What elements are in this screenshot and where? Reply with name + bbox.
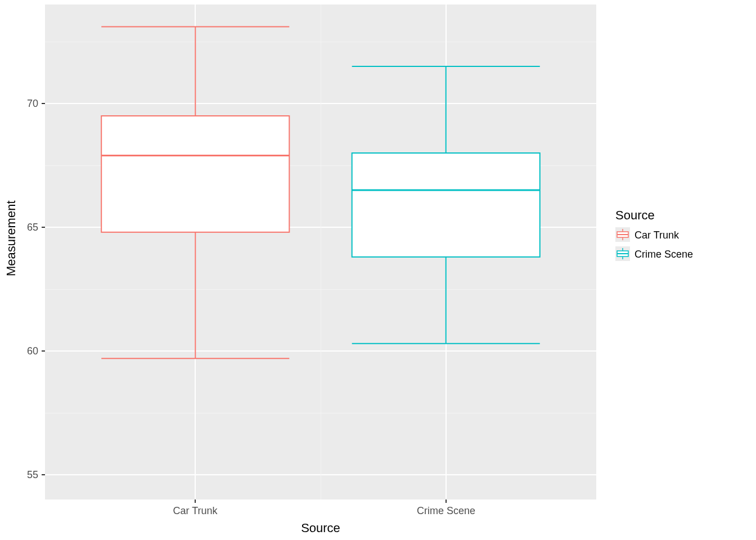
x-tick-label: Crime Scene — [390, 505, 502, 517]
legend-item-label: Car Trunk — [634, 230, 679, 241]
svg-rect-4 — [101, 116, 289, 232]
box-crime-scene — [352, 66, 540, 344]
svg-rect-10 — [352, 153, 540, 257]
y-tick — [42, 474, 45, 475]
x-axis-title: Source — [45, 521, 596, 536]
y-tick-label: 70 — [27, 98, 38, 110]
legend-key-icon — [615, 246, 630, 261]
y-tick — [42, 227, 45, 228]
legend-item-label: Crime Scene — [634, 249, 693, 260]
x-tick — [446, 500, 447, 503]
y-tick-label: 55 — [27, 469, 38, 481]
x-tick — [195, 500, 196, 503]
boxplot-layer — [45, 4, 596, 500]
y-tick — [42, 103, 45, 104]
y-tick — [42, 350, 45, 352]
box-car-trunk — [101, 27, 289, 359]
y-tick-label: 65 — [27, 222, 38, 233]
chart-container: 55 60 65 70 Car Trunk Crime Scene Source… — [0, 0, 756, 540]
y-axis-title: Measurement — [4, 231, 19, 276]
y-tick-label: 60 — [27, 345, 38, 357]
legend-key-icon — [615, 227, 630, 242]
legend-title: Source — [615, 208, 655, 223]
x-tick-label: Car Trunk — [139, 505, 251, 517]
